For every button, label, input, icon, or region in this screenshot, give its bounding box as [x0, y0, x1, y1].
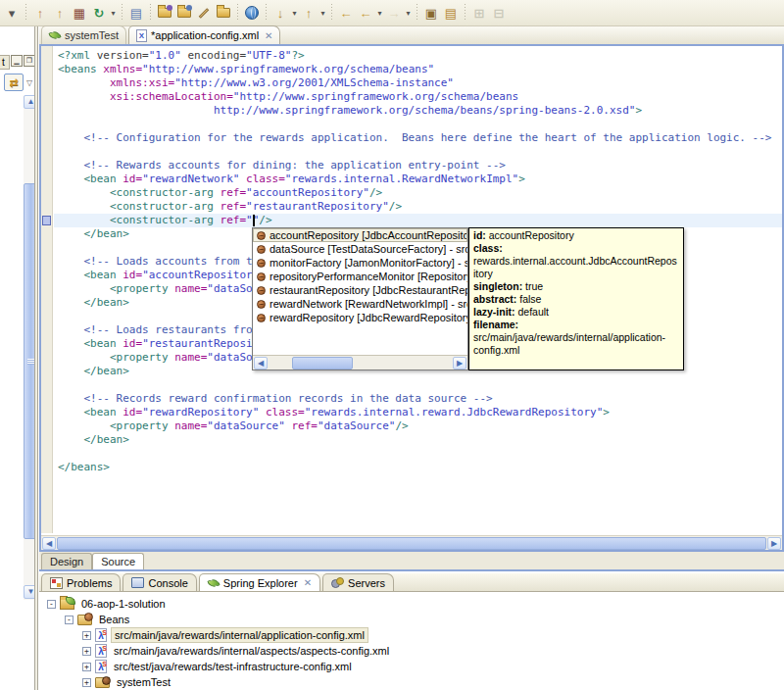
expand-icon[interactable]: +	[82, 678, 91, 687]
import-folder-2-icon[interactable]	[174, 3, 194, 23]
code-line[interactable]	[58, 145, 782, 159]
code-line[interactable]: <?xml version="1.0" encoding="UTF-8"?>	[58, 49, 782, 63]
editor-tab--application-config-xml[interactable]: X*application-config.xml✕	[128, 25, 280, 44]
code-line[interactable]: <!-- Records reward confirmation records…	[58, 392, 782, 406]
close-icon[interactable]: ✕	[302, 577, 312, 588]
toolbar-extra-2-icon[interactable]: ▤	[441, 3, 461, 23]
content-assist-item[interactable]: repositoryPerformanceMonitor [Repository…	[253, 270, 467, 283]
close-icon[interactable]: ✕	[263, 30, 272, 41]
code-line[interactable]: <!-- Rewards accounts for dining: the ap…	[58, 159, 782, 172]
previous-annotation-icon[interactable]: ↑	[299, 3, 318, 23]
collapse-icon[interactable]: -	[65, 616, 74, 624]
code-line[interactable]	[58, 447, 782, 461]
view-tab-problems[interactable]: Problems	[41, 573, 121, 591]
open-folder-icon[interactable]	[214, 3, 233, 23]
refresh-icon[interactable]: ↻	[89, 3, 109, 23]
scroll-left-icon[interactable]: ◀	[42, 537, 56, 550]
page-tab-source[interactable]: Source	[92, 553, 144, 569]
content-assist-item[interactable]: rewardRepository [JdbcRewardRepository] …	[253, 311, 467, 324]
next-annotation-dropdown-icon[interactable]: ▾	[290, 3, 299, 23]
editor-hscroll-thumb[interactable]	[57, 537, 766, 550]
code-line[interactable]: </bean>	[58, 433, 782, 447]
code-line[interactable]	[58, 378, 782, 392]
content-assist-item[interactable]: rewardNetwork [RewardNetworkImpl] - src/…	[253, 297, 467, 311]
code-line[interactable]: <constructor-arg ref=""/>	[58, 214, 782, 227]
collapsed-view-tab[interactable]: t	[0, 55, 10, 70]
code-line[interactable]: xmlns:xsi="http://www.w3.org/2001/XMLSch…	[58, 76, 782, 90]
toolbar-extra-1-icon[interactable]: ▣	[421, 3, 441, 23]
scroll-right-icon[interactable]: ▶	[453, 357, 466, 370]
last-edit-location-icon[interactable]: ←	[336, 3, 356, 23]
tree-row[interactable]: +λsrc/test/java/rewards/test-infrastruct…	[39, 659, 784, 674]
link-with-editor-button[interactable]: ⇄	[4, 74, 24, 91]
view-sash[interactable]	[34, 26, 38, 690]
editor-vertical-ruler[interactable]	[41, 46, 53, 533]
new-wizard-1-icon[interactable]: ↑	[30, 3, 50, 23]
code-line[interactable]: <property name="dataSource" ref="dataSou…	[58, 419, 782, 433]
code-line[interactable]	[58, 118, 782, 131]
content-assist-popup[interactable]: accountRepository [JdbcAccountRepository…	[252, 227, 468, 370]
expand-icon[interactable]: +	[82, 647, 91, 656]
view-tab-console[interactable]: Console	[122, 573, 196, 591]
expand-icon[interactable]: +	[82, 663, 91, 671]
tree-item-label[interactable]: src/test/java/rewards/test-infrastructur…	[111, 660, 355, 673]
editor-horizontal-scrollbar[interactable]: ◀ ▶	[41, 535, 782, 550]
toolbar-overflow-chevron-icon[interactable]: ▾	[2, 3, 22, 23]
tree-item-label[interactable]: src/main/java/rewards/internal/applicati…	[111, 627, 368, 643]
code-line[interactable]: <constructor-arg ref="restaurantReposito…	[58, 200, 782, 214]
code-line[interactable]: <bean id="rewardNetwork" class="rewards.…	[58, 172, 782, 186]
content-assist-item[interactable]: accountRepository [JdbcAccountRepository…	[253, 228, 467, 242]
forward-icon[interactable]: →	[384, 3, 404, 23]
scroll-left-icon[interactable]: ◀	[254, 357, 268, 370]
refresh-dropdown-icon[interactable]: ▾	[109, 3, 118, 23]
editor-tab-systemtest[interactable]: systemTest	[41, 25, 126, 44]
content-assist-item[interactable]: restaurantRepository [JdbcRestaurantRepo…	[253, 283, 467, 297]
expand-all-icon[interactable]: ⊞	[469, 3, 489, 23]
tree-row[interactable]: -06-aop-1-solution	[39, 596, 784, 612]
tree-item-label[interactable]: 06-aop-1-solution	[78, 597, 169, 611]
content-assist-item[interactable]: dataSource [TestDataSourceFactory] - src…	[253, 242, 467, 256]
tree-row[interactable]: -Beans	[39, 612, 784, 627]
view-tab-servers[interactable]: Servers	[322, 573, 394, 591]
minimize-view-button[interactable]: ▁	[11, 55, 23, 67]
code-line[interactable]: <bean id="rewardRepository" class="rewar…	[58, 406, 782, 419]
show-properties-icon[interactable]: ▤	[126, 3, 146, 23]
content-assist-item-label: rewardRepository [JdbcRewardRepository] …	[270, 312, 467, 323]
tree-item-label[interactable]: Beans	[96, 613, 132, 626]
code-line[interactable]: http://www.springframework.org/schema/be…	[58, 104, 782, 118]
popup-hscroll-thumb[interactable]	[292, 357, 353, 370]
expand-icon[interactable]: +	[82, 631, 91, 640]
popup-horizontal-scrollbar[interactable]: ◀ ▶	[253, 355, 467, 370]
code-line[interactable]: xsi:schemaLocation="http://www.springfra…	[58, 90, 782, 104]
back-dropdown-icon[interactable]: ▾	[375, 3, 384, 23]
code-segment: ref=	[220, 200, 247, 213]
import-folder-1-icon[interactable]	[155, 3, 174, 23]
view-menu-chevron-icon[interactable]: ▽	[26, 78, 32, 87]
content-assist-list[interactable]: accountRepository [JdbcAccountRepository…	[253, 228, 467, 324]
collapse-all-icon[interactable]: ⊟	[489, 3, 509, 23]
code-segment: "dataSource"	[318, 419, 395, 432]
tree-item-label[interactable]: systemTest	[114, 675, 173, 689]
scroll-right-icon[interactable]: ▶	[767, 537, 781, 550]
edit-pencil-icon[interactable]	[194, 3, 214, 23]
tree-row[interactable]: +systemTest	[39, 674, 784, 690]
view-tab-spring-explorer[interactable]: Spring Explorer✕	[199, 573, 320, 591]
new-wizard-2-icon[interactable]: ↑	[50, 3, 70, 23]
next-annotation-icon[interactable]: ↓	[270, 3, 290, 23]
tree-item-label[interactable]: src/main/java/rewards/internal/aspects/a…	[111, 644, 392, 658]
back-icon[interactable]: ←	[356, 3, 375, 23]
page-tab-design[interactable]: Design	[41, 553, 92, 569]
web-browser-icon[interactable]	[242, 3, 262, 23]
tree-row[interactable]: +λsrc/main/java/rewards/internal/aspects…	[39, 643, 784, 659]
code-line[interactable]: <beans xmlns="http://www.springframework…	[58, 63, 782, 76]
previous-annotation-dropdown-icon[interactable]: ▾	[318, 3, 327, 23]
collapse-icon[interactable]: -	[47, 600, 56, 609]
forward-dropdown-icon[interactable]: ▾	[404, 3, 413, 23]
code-line[interactable]: </beans>	[58, 461, 782, 474]
spring-explorer-tree[interactable]: -06-aop-1-solution-Beans+λsrc/main/java/…	[39, 592, 784, 690]
new-package-icon[interactable]: ▦	[70, 3, 89, 23]
code-line[interactable]: <!-- Configuration for the rewards appli…	[58, 131, 782, 145]
code-line[interactable]: <constructor-arg ref="accountRepository"…	[58, 186, 782, 200]
tree-row[interactable]: +λsrc/main/java/rewards/internal/applica…	[39, 627, 784, 643]
content-assist-item[interactable]: monitorFactory [JamonMonitorFactory] - s…	[253, 256, 467, 270]
